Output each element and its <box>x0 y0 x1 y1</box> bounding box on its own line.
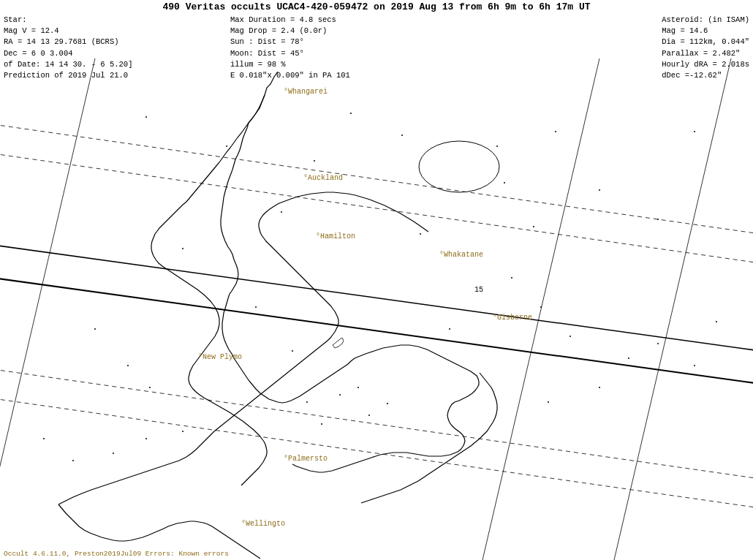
city-gisborne: °Gisborne <box>493 314 532 322</box>
main-canvas: 490 Veritas occults UCAC4-420-059472 on … <box>0 0 753 560</box>
svg-point-13 <box>226 145 227 147</box>
svg-point-25 <box>94 328 96 330</box>
city-palmersto: °Palmersto <box>284 455 328 463</box>
svg-point-50 <box>182 431 183 432</box>
svg-line-1 <box>0 154 753 263</box>
svg-point-36 <box>449 328 450 330</box>
footer-label: Occult 4.6.11.0, Preston2019Jul09 Errors… <box>4 550 229 558</box>
svg-point-37 <box>511 277 512 279</box>
svg-point-23 <box>657 219 659 220</box>
svg-point-15 <box>504 182 505 183</box>
svg-point-35 <box>387 403 388 404</box>
svg-point-12 <box>401 135 403 136</box>
svg-line-2 <box>0 369 753 479</box>
svg-line-6 <box>0 58 95 560</box>
svg-point-49 <box>145 438 147 439</box>
svg-point-22 <box>599 189 600 191</box>
footer-text: Occult 4.6.11.0, Preston2019Jul09 Errors… <box>4 550 229 558</box>
svg-point-48 <box>113 453 114 454</box>
city-auckland: °Auckland <box>303 174 343 182</box>
map-svg: °Whangarei °Auckland °Hamilton °Whakatan… <box>0 0 753 560</box>
svg-point-40 <box>548 401 549 403</box>
svg-point-11 <box>350 113 352 114</box>
svg-point-47 <box>72 460 74 461</box>
svg-point-45 <box>716 321 717 322</box>
svg-point-46 <box>43 438 45 439</box>
city-new-plymo: °New Plymo <box>198 353 242 361</box>
svg-point-32 <box>339 394 341 396</box>
svg-line-0 <box>0 124 753 234</box>
svg-point-26 <box>127 365 129 366</box>
svg-point-29 <box>292 350 293 352</box>
city-hamilton: °Hamilton <box>316 232 355 241</box>
svg-point-17 <box>281 211 282 213</box>
city-whakatane: °Whakatane <box>439 251 483 259</box>
svg-line-5 <box>0 278 753 384</box>
svg-line-7 <box>483 58 599 560</box>
svg-point-34 <box>368 415 370 416</box>
svg-point-24 <box>694 131 695 132</box>
label-15: 15 <box>474 286 483 294</box>
svg-point-16 <box>533 226 534 227</box>
svg-point-31 <box>321 423 322 425</box>
svg-point-44 <box>694 365 695 366</box>
svg-point-42 <box>628 357 629 359</box>
svg-line-4 <box>0 245 753 351</box>
svg-point-38 <box>540 306 542 308</box>
svg-point-9 <box>419 141 499 192</box>
svg-point-19 <box>420 233 421 235</box>
svg-line-8 <box>614 58 731 560</box>
city-whangarei: °Whangarei <box>284 88 328 96</box>
svg-point-27 <box>149 387 151 388</box>
svg-point-14 <box>314 160 315 162</box>
svg-point-18 <box>182 248 183 249</box>
svg-point-41 <box>599 387 600 388</box>
svg-point-33 <box>357 387 359 388</box>
svg-point-10 <box>145 116 147 118</box>
svg-point-21 <box>555 131 556 132</box>
city-wellingto: °Wellingto <box>241 520 285 528</box>
svg-point-28 <box>255 306 257 308</box>
svg-point-20 <box>496 145 498 147</box>
svg-point-43 <box>657 343 659 344</box>
svg-point-30 <box>306 401 308 403</box>
svg-point-39 <box>570 336 571 337</box>
